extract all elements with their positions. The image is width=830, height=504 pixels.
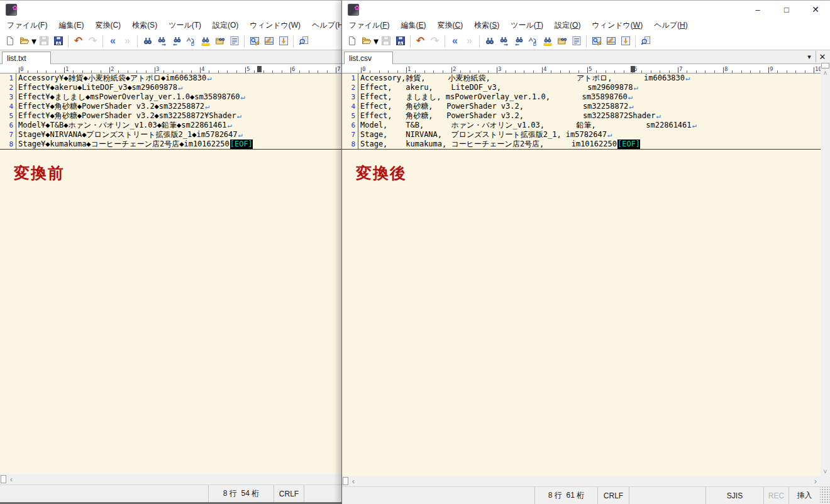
- text-line-5[interactable]: 5Effect, 角砂糖, PowerShader v3.2, sm322588…: [342, 111, 821, 121]
- menu-item-5[interactable]: 設定(O): [549, 19, 586, 32]
- text-line-8[interactable]: 8Stage¥◆kumakuma◆コーヒーチェーン店2号店◆im10162250…: [0, 140, 341, 149]
- menu-item-5[interactable]: 設定(O): [207, 19, 244, 32]
- app-icon[interactable]: ✿: [6, 4, 17, 16]
- vscroll-track[interactable]: [821, 78, 830, 467]
- menu-item-3[interactable]: 検索(S): [468, 19, 505, 32]
- minimize-button[interactable]: –: [743, 1, 772, 18]
- macro-icon[interactable]: [618, 34, 633, 48]
- open-dropdown-icon[interactable]: ▾: [31, 35, 36, 47]
- maximize-button[interactable]: □: [772, 1, 801, 18]
- close-button[interactable]: ✕: [801, 1, 830, 18]
- text-line-3[interactable]: 3Effect, ましまし, msPowerOverlay_ver.1.0, s…: [342, 92, 821, 102]
- menu-item-2[interactable]: 変換(C): [89, 19, 126, 32]
- find-icon[interactable]: [482, 34, 497, 48]
- text-line-1[interactable]: 1Accessory¥◆雑貨◆小麦粉紙袋◆アトポロ◆im6063830↵: [0, 74, 341, 83]
- menu-item-7[interactable]: ヘルプ(H): [648, 19, 694, 32]
- type-settings-icon[interactable]: [589, 34, 604, 48]
- search-files-icon[interactable]: [638, 34, 653, 48]
- text-editing-area[interactable]: 1Accessory,雑貨, 小麦粉紙袋, アトポロ, im6063830↵2E…: [342, 74, 821, 476]
- tab-list-csv[interactable]: list.csv: [344, 52, 393, 64]
- undo-icon[interactable]: ↶: [413, 34, 428, 48]
- horizontal-scrollbar[interactable]: ‹: [0, 474, 341, 485]
- undo-icon[interactable]: ↶: [71, 34, 86, 48]
- redo-icon[interactable]: ↷: [86, 34, 100, 48]
- search-mark-icon[interactable]: [540, 34, 555, 48]
- search-mark-icon[interactable]: [198, 34, 213, 48]
- menu-item-1[interactable]: 編集(E): [53, 19, 89, 32]
- menu-item-4[interactable]: ツール(T): [505, 19, 549, 32]
- horizontal-split-box[interactable]: [343, 477, 348, 485]
- text-line-1[interactable]: 1Accessory,雑貨, 小麦粉紙袋, アトポロ, im6063830↵: [342, 74, 821, 83]
- find-icon[interactable]: [140, 34, 155, 48]
- text-line-6[interactable]: 6Model, T&B, ホァン・バオリン_v1.03, 鉛筆, sm22861…: [342, 121, 821, 130]
- menu-item-6[interactable]: ウィンドウ(W): [244, 19, 306, 32]
- menu-item-7[interactable]: ヘルプ(H): [306, 19, 341, 32]
- text-line-8[interactable]: 8Stage, kumakuma, コーヒーチェーン店2号店, im101622…: [342, 140, 821, 149]
- scroll-left-icon[interactable]: ‹: [348, 476, 358, 486]
- replace-icon[interactable]: AB: [184, 34, 198, 48]
- common-settings-icon[interactable]: [262, 34, 276, 48]
- find-prev-icon[interactable]: [511, 34, 526, 48]
- redo-icon[interactable]: ↷: [428, 34, 442, 48]
- next-tab-icon[interactable]: »: [120, 34, 135, 48]
- horizontal-split-box[interactable]: [1, 475, 6, 483]
- vertical-scrollbar[interactable]: ˄˅: [821, 63, 830, 476]
- outline-icon[interactable]: [227, 34, 241, 48]
- scroll-left-icon[interactable]: ‹: [6, 474, 16, 485]
- outline-icon[interactable]: [569, 34, 584, 48]
- find-next-icon[interactable]: [155, 34, 169, 48]
- tab-close-icon[interactable]: ✕: [816, 51, 829, 62]
- hscroll-track[interactable]: [358, 476, 811, 486]
- menu-item-2[interactable]: 変換(C): [431, 19, 468, 32]
- replace-icon[interactable]: AB: [526, 34, 540, 48]
- text-line-7[interactable]: 7Stage¥◆NIRVANA◆ブロンズストリート拡張版2_1◆im578264…: [0, 130, 341, 140]
- prev-tab-icon[interactable]: «: [448, 34, 462, 48]
- new-file-icon[interactable]: [3, 34, 17, 48]
- save-icon[interactable]: [36, 34, 51, 48]
- menu-item-0[interactable]: ファイル(F): [343, 19, 395, 32]
- find-prev-icon[interactable]: [169, 34, 184, 48]
- grep-icon[interactable]: [555, 34, 569, 48]
- common-settings-icon[interactable]: [604, 34, 618, 48]
- text-line-6[interactable]: 6Model¥◆T&B◆ホァン・バオリン_v1.03◆鉛筆◆sm22861461…: [0, 121, 341, 130]
- scroll-up-icon[interactable]: ˄: [821, 68, 830, 78]
- menu-item-6[interactable]: ウィンドウ(W): [586, 19, 648, 32]
- text-line-4[interactable]: 4Effect, 角砂糖, PowerShader v3.2, sm322588…: [342, 102, 821, 111]
- scroll-right-icon[interactable]: ›: [811, 476, 821, 486]
- line-text: Effect, 角砂糖, PowerShader v3.2, sm3225887…: [358, 102, 628, 111]
- text-line-3[interactable]: 3Effect¥◆ましまし◆msPowerOverlay_ver.1.0◆sm3…: [0, 92, 341, 102]
- search-files-icon[interactable]: [296, 34, 311, 48]
- text-line-2[interactable]: 2Effect, akeru, LiteDOF_v3, sm29609878↵: [342, 83, 821, 92]
- new-file-icon[interactable]: [345, 34, 359, 48]
- text-line-2[interactable]: 2Effect¥◆akeru◆LiteDOF_v3◆sm29609878↵: [0, 83, 341, 92]
- open-dropdown-icon[interactable]: ▾: [374, 35, 379, 47]
- open-file-icon[interactable]: [17, 34, 31, 48]
- menu-item-1[interactable]: 編集(E): [395, 19, 431, 32]
- text-line-4[interactable]: 4Effect¥◆角砂糖◆PowerShader v3.2◆sm32258872…: [0, 102, 341, 111]
- menu-item-3[interactable]: 検索(S): [126, 19, 163, 32]
- vertical-split-box[interactable]: [821, 63, 829, 68]
- open-file-icon[interactable]: [359, 34, 374, 48]
- next-tab-icon[interactable]: »: [462, 34, 477, 48]
- hscroll-track[interactable]: [16, 474, 341, 485]
- text-line-7[interactable]: 7Stage, NIRVANA, ブロンズストリート拡張版2_1, im5782…: [342, 130, 821, 140]
- scroll-down-icon[interactable]: ˅: [821, 467, 830, 476]
- menu-item-0[interactable]: ファイル(F): [1, 19, 53, 32]
- grep-icon[interactable]: [213, 34, 227, 48]
- horizontal-scrollbar[interactable]: ‹›: [342, 476, 830, 486]
- text-line-5[interactable]: 5Effect¥◆角砂糖◆PowerShader v3.2◆sm32258872…: [0, 111, 341, 121]
- app-icon[interactable]: ✿: [348, 4, 359, 16]
- tab-list-dropdown-icon[interactable]: ▾: [803, 51, 816, 62]
- type-settings-icon[interactable]: [247, 34, 262, 48]
- save-icon[interactable]: [379, 34, 393, 48]
- menu-item-4[interactable]: ツール(T): [163, 19, 207, 32]
- resize-grip[interactable]: [820, 487, 830, 504]
- text-editing-area[interactable]: 1Accessory¥◆雑貨◆小麦粉紙袋◆アトポロ◆im6063830↵2Eff…: [0, 74, 341, 474]
- save-as-icon[interactable]: A: [51, 34, 65, 48]
- save-as-icon[interactable]: A: [393, 34, 407, 48]
- status-spacer: [342, 487, 534, 504]
- macro-icon[interactable]: [276, 34, 290, 48]
- find-next-icon[interactable]: [497, 34, 511, 48]
- prev-tab-icon[interactable]: «: [106, 34, 120, 48]
- tab-list-txt[interactable]: list.txt: [2, 52, 51, 64]
